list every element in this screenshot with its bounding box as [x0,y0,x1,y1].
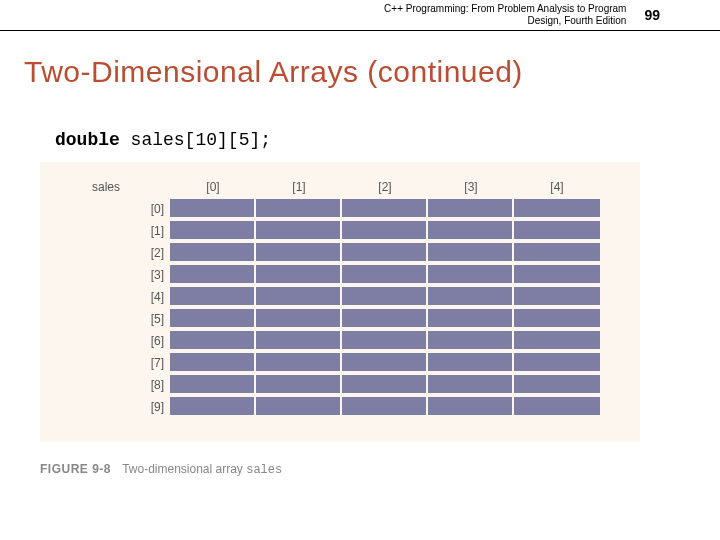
array-cell [514,375,600,395]
figure-caption: FIGURE 9-8 Two-dimensional array sales [40,462,680,477]
array-cell [170,221,256,241]
code-rest: sales[10][5]; [120,130,271,150]
array-cell [428,265,514,285]
array-cell [428,375,514,395]
array-cell [428,331,514,351]
array-diagram: sales [0] [1] [2] [3] [4] [0] [1] [40,162,640,442]
row-header: [7] [130,356,170,370]
row-header: [5] [130,312,170,326]
array-cell [428,309,514,329]
array-cell [514,309,600,329]
cells [170,287,600,307]
array-cell [342,221,428,241]
array-cell [342,199,428,219]
col-header: [0] [170,180,256,194]
array-cell [256,199,342,219]
rowlabel-spacer [130,180,170,194]
array-row: [7] [70,352,610,374]
array-row: [4] [70,286,610,308]
array-cell [170,397,256,417]
array-cell [342,397,428,417]
array-cell [256,221,342,241]
array-cell [170,353,256,373]
row-header: [2] [130,246,170,260]
code-keyword: double [55,130,120,150]
slide-heading: Two-Dimensional Arrays (continued) [24,55,523,89]
array-row: [5] [70,308,610,330]
row-header: [0] [130,202,170,216]
array-cell [514,397,600,417]
array-cell [428,243,514,263]
array-cell [170,243,256,263]
code-declaration: double sales[10][5]; [55,130,680,150]
cells [170,353,600,373]
figure-code-word: sales [246,463,282,477]
cells [170,309,600,329]
col-header: [4] [514,180,600,194]
array-row: [9] [70,396,610,418]
array-cell [514,287,600,307]
array-cell [256,353,342,373]
array-cell [342,265,428,285]
array-cell [342,309,428,329]
cells [170,331,600,351]
column-header-row: sales [0] [1] [2] [3] [4] [70,180,610,194]
cells [170,221,600,241]
array-cell [256,265,342,285]
col-header: [1] [256,180,342,194]
cells [170,199,600,219]
cells [170,243,600,263]
header-bar: C++ Programming: From Problem Analysis t… [0,0,720,30]
figure-number: FIGURE 9-8 [40,462,111,476]
array-cell [342,375,428,395]
array-cell [514,353,600,373]
array-cell [170,331,256,351]
array-cell [170,199,256,219]
array-cell [514,331,600,351]
book-title-line2: Design, Fourth Edition [384,15,626,27]
figure-text: Two-dimensional array [122,462,246,476]
array-cell [170,287,256,307]
array-row: [0] [70,198,610,220]
slide: C++ Programming: From Problem Analysis t… [0,0,720,540]
row-header: [1] [130,224,170,238]
col-header: [2] [342,180,428,194]
array-cell [170,375,256,395]
array-cell [256,243,342,263]
header-underline [0,30,720,31]
row-header: [3] [130,268,170,282]
array-cell [256,331,342,351]
col-header: [3] [428,180,514,194]
array-cell [428,199,514,219]
array-cell [342,243,428,263]
array-cell [428,287,514,307]
array-cell [256,309,342,329]
array-cell [514,243,600,263]
array-cell [170,265,256,285]
row-header: [8] [130,378,170,392]
array-row: [8] [70,374,610,396]
array-cell [342,331,428,351]
array-cell [514,265,600,285]
array-cell [428,221,514,241]
array-row: [2] [70,242,610,264]
book-title: C++ Programming: From Problem Analysis t… [384,3,626,27]
page-number: 99 [644,7,660,23]
array-cell [514,199,600,219]
book-title-line1: C++ Programming: From Problem Analysis t… [384,3,626,15]
array-cell [256,397,342,417]
array-cell [342,353,428,373]
array-cell [256,287,342,307]
cells [170,397,600,417]
cells [170,375,600,395]
row-header: [6] [130,334,170,348]
array-row: [1] [70,220,610,242]
array-cell [170,309,256,329]
row-header: [9] [130,400,170,414]
array-name-label: sales [70,180,130,194]
array-cell [342,287,428,307]
row-header: [4] [130,290,170,304]
array-cell [428,353,514,373]
array-cell [514,221,600,241]
array-row: [3] [70,264,610,286]
